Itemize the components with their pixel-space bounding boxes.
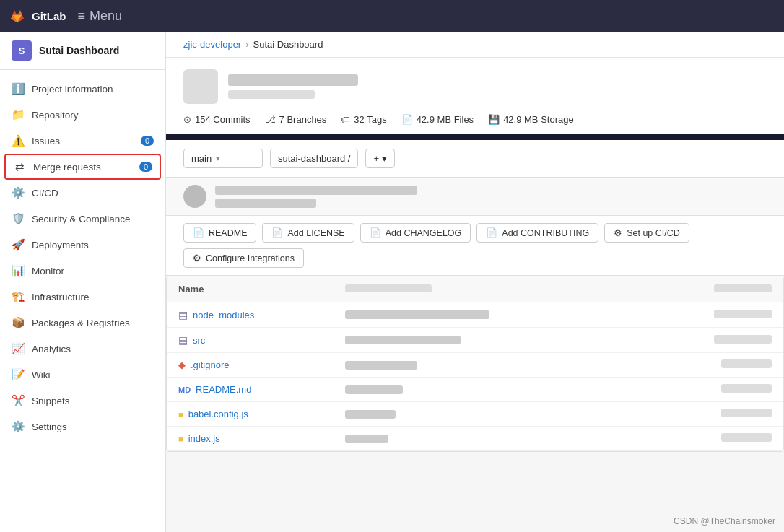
sidebar-item-cicd[interactable]: ⚙️ CI/CD [0, 180, 165, 206]
file-row-node-modules[interactable]: ▤ node_modules [167, 302, 783, 328]
settings-icon: ⚙️ [12, 420, 25, 433]
gitlab-logo-icon [9, 7, 26, 25]
sidebar-item-snippets[interactable]: ✂️ Snippets [0, 388, 165, 414]
storage-icon: 💾 [488, 114, 500, 125]
file-name-node-modules: ▤ node_modules [178, 309, 336, 320]
configure-integrations-label: Configure Integrations [206, 253, 295, 263]
add-contributing-button[interactable]: 📄 Add CONTRIBUTING [476, 223, 598, 243]
stat-tags[interactable]: 🏷 32 Tags [341, 114, 386, 125]
snippets-icon: ✂️ [12, 394, 25, 407]
sidebar-item-project-information[interactable]: ℹ️ Project information [0, 76, 165, 102]
breadcrumb-parent[interactable]: zjic-developer [183, 39, 241, 50]
file-msg-src [345, 336, 662, 344]
file-row-src[interactable]: ▤ src [167, 328, 783, 353]
sidebar-label-monitor: Monitor [32, 266, 64, 276]
cicd-icon: ⚙️ [12, 186, 25, 199]
branch-selector[interactable]: main ▾ [183, 149, 263, 168]
commit-message-line2 [215, 199, 316, 208]
deployments-icon: 🚀 [12, 238, 25, 251]
setup-cicd-button[interactable]: ⚙ Set up CI/CD [604, 223, 689, 243]
merge-requests-badge: 0 [139, 162, 152, 172]
sidebar-item-merge-requests[interactable]: ⇄ Merge requests 0 [4, 154, 161, 180]
gitlab-logo-group[interactable]: GitLab [9, 7, 66, 25]
folder-icon: ▤ [178, 334, 188, 346]
repository-icon: 📁 [12, 108, 25, 121]
sidebar-label-packages-registries: Packages & Registries [32, 318, 130, 328]
stat-branches[interactable]: ⎇ 7 Branches [265, 114, 327, 125]
chevron-down-icon: ▾ [216, 154, 220, 163]
files-size-label: 42.9 MB Files [417, 114, 474, 125]
add-license-button[interactable]: 📄 Add LICENSE [262, 223, 354, 243]
stat-commits[interactable]: ⊙ 154 Commits [183, 114, 251, 125]
sidebar-item-wiki[interactable]: 📝 Wiki [0, 362, 165, 388]
tags-label: 32 Tags [354, 114, 386, 125]
add-changelog-button[interactable]: 📄 Add CHANGELOG [360, 223, 471, 243]
configure-integrations-button[interactable]: ⚙ Configure Integrations [183, 248, 304, 268]
file-table: Name ▤ node_modules [166, 276, 784, 452]
stat-files-size: 📄 42.9 MB Files [401, 114, 474, 125]
wiki-icon: 📝 [12, 368, 25, 381]
infrastructure-icon: 🏗️ [12, 290, 25, 303]
file-msg-index-js [345, 435, 662, 443]
sidebar-item-repository[interactable]: 📁 Repository [0, 102, 165, 128]
path-display: sutai-dashboard / [270, 149, 358, 168]
add-file-button[interactable]: + ▾ [365, 149, 395, 168]
security-icon: 🛡️ [12, 212, 25, 225]
topnav-menu-button[interactable]: ≡ Menu [78, 9, 123, 24]
breadcrumb-separator: › [245, 39, 248, 50]
file-table-col-message [345, 284, 662, 295]
folder-icon: ▤ [178, 309, 188, 320]
file-label: index.js [188, 433, 220, 444]
sidebar-item-deployments[interactable]: 🚀 Deployments [0, 232, 165, 258]
commits-icon: ⊙ [183, 114, 191, 125]
add-changelog-label: Add CHANGELOG [386, 228, 462, 238]
sidebar-project-header[interactable]: S Sutai Dashboard [0, 32, 165, 70]
file-name-src: ▤ src [178, 334, 336, 346]
sidebar-item-infrastructure[interactable]: 🏗️ Infrastructure [0, 284, 165, 310]
sidebar-label-snippets: Snippets [32, 396, 70, 406]
file-row-index-js[interactable]: ■ index.js [167, 427, 783, 451]
sidebar-label-infrastructure: Infrastructure [32, 292, 90, 302]
project-title-text [228, 74, 767, 99]
file-table-col-name: Name [178, 284, 336, 295]
sidebar: S Sutai Dashboard ℹ️ Project information… [0, 32, 166, 532]
file-date-babel-config [671, 409, 772, 419]
sidebar-item-issues[interactable]: ⚠️ Issues 0 [0, 128, 165, 154]
topnav: GitLab ≡ Menu [0, 0, 784, 32]
file-name-index-js: ■ index.js [178, 433, 336, 444]
readme-button[interactable]: 📄 README [183, 223, 256, 243]
dark-divider-bar [166, 134, 784, 140]
files-icon: 📄 [401, 114, 413, 125]
issues-icon: ⚠️ [12, 134, 25, 147]
sidebar-label-settings: Settings [32, 422, 67, 432]
sidebar-item-monitor[interactable]: 📊 Monitor [0, 258, 165, 284]
sidebar-item-settings[interactable]: ⚙️ Settings [0, 414, 165, 440]
file-row-readme-md[interactable]: MD README.md [167, 378, 783, 402]
file-date-readme-md [671, 384, 772, 395]
add-contributing-label: Add CONTRIBUTING [502, 228, 589, 238]
commit-message-blurred [215, 186, 767, 208]
sidebar-item-packages-registries[interactable]: 📦 Packages & Registries [0, 310, 165, 336]
chevron-down-icon-add: ▾ [382, 153, 387, 164]
sidebar-nav: ℹ️ Project information 📁 Repository ⚠️ I… [0, 70, 165, 445]
sidebar-item-security-compliance[interactable]: 🛡️ Security & Compliance [0, 206, 165, 232]
cicd-btn-icon: ⚙ [614, 227, 622, 238]
issues-badge: 0 [141, 136, 154, 146]
branches-icon: ⎇ [265, 114, 276, 125]
stat-storage: 💾 42.9 MB Storage [488, 114, 574, 125]
js-icon-babel: ■ [178, 410, 183, 419]
sidebar-label-deployments: Deployments [32, 240, 89, 250]
monitor-icon: 📊 [12, 264, 25, 277]
file-label: node_modules [193, 310, 254, 320]
file-row-gitignore[interactable]: ◆ .gitignore [167, 353, 783, 378]
file-row-babel-config[interactable]: ■ babel.config.js [167, 402, 783, 427]
file-name-gitignore: ◆ .gitignore [178, 359, 336, 370]
sidebar-item-analytics[interactable]: 📈 Analytics [0, 336, 165, 362]
project-info-area: ⊙ 154 Commits ⎇ 7 Branches 🏷 32 Tags 📄 4… [166, 58, 784, 134]
file-label: .gitignore [191, 359, 229, 370]
file-msg-babel-config [345, 410, 662, 419]
path-text: sutai-dashboard / [278, 153, 350, 164]
file-msg-gitignore [345, 361, 662, 370]
file-date-src [671, 335, 772, 346]
sidebar-label-wiki: Wiki [32, 370, 51, 380]
